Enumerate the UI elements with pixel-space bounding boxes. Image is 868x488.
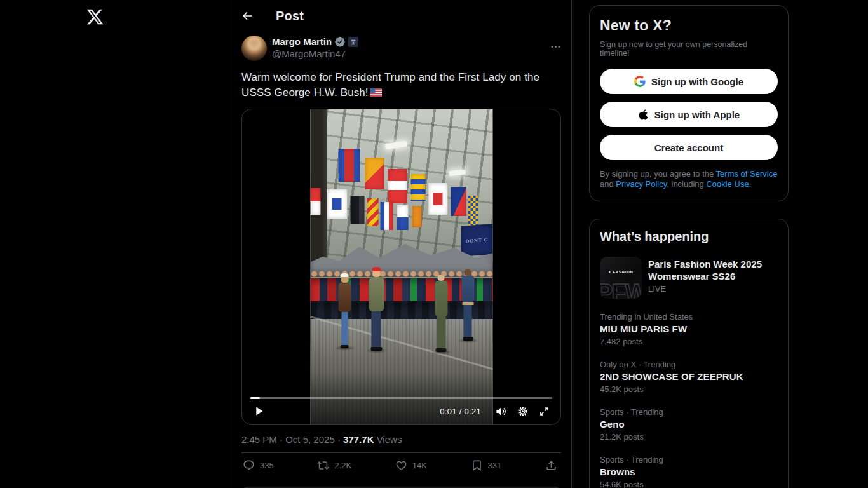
ellipsis-icon — [550, 41, 562, 53]
video-frame: DONT G — [310, 109, 492, 425]
reply-count: 335 — [260, 461, 274, 470]
expand-icon — [538, 405, 550, 417]
views-label-text: Views — [377, 434, 402, 445]
reply-icon — [243, 459, 255, 471]
whats-happening-title: What’s happening — [600, 229, 778, 244]
post-timestamp[interactable]: 2:45 PM · Oct 5, 2025 — [241, 434, 335, 445]
more-button[interactable] — [547, 38, 564, 55]
trend-posts: 54.6K posts — [600, 480, 778, 488]
signal-flag — [397, 205, 408, 230]
signup-title: New to X? — [600, 17, 778, 34]
reply-button[interactable]: 335 — [243, 459, 274, 471]
back-button[interactable] — [236, 5, 258, 27]
signup-apple-label: Sign up with Apple — [654, 109, 740, 120]
post: Margo Martin @MargoMartin47 Warm welcome… — [231, 36, 571, 488]
trend-item[interactable]: Sports · Trending Browns 54.6K posts — [600, 455, 778, 488]
apple-icon — [638, 109, 649, 121]
repost-button[interactable]: 2.2K — [317, 459, 351, 471]
volume-button[interactable] — [492, 403, 509, 419]
main-column: Post Margo Martin @MargoMartin47 — [231, 0, 572, 488]
trend-posts: 7,482 posts — [600, 337, 778, 346]
signup-google-button[interactable]: Sign up with Google — [600, 69, 778, 94]
signal-flag — [365, 158, 384, 189]
author-handle[interactable]: @MargoMartin47 — [272, 48, 358, 60]
signup-subtitle: Sign up now to get your own personalized… — [600, 40, 778, 58]
signal-flag — [367, 198, 378, 226]
signal-flag — [412, 206, 421, 227]
video-player[interactable]: DONT G — [241, 109, 561, 425]
signal-flag — [350, 196, 364, 224]
terms-link[interactable]: Terms of Service — [716, 169, 778, 179]
author-row: Margo Martin @MargoMartin47 — [241, 36, 561, 61]
legal-text: and — [600, 179, 616, 189]
ship-banner: DONT G — [461, 224, 492, 256]
dot-separator: · — [337, 434, 343, 445]
signup-card: New to X? Sign up now to get your own pe… — [589, 5, 789, 201]
trend-category: Sports · Trending — [600, 455, 778, 464]
settings-button[interactable] — [514, 403, 531, 419]
first-lady-figure — [338, 273, 351, 348]
cookie-link[interactable]: Cookie Use. — [706, 179, 751, 189]
trend-title: Geno — [600, 419, 778, 430]
like-button[interactable]: 14K — [395, 459, 427, 471]
video-time: 0:01 / 0:21 — [440, 407, 481, 416]
signup-apple-button[interactable]: Sign up with Apple — [600, 102, 778, 127]
government-label-badge-icon — [348, 37, 358, 47]
signal-flag — [338, 149, 360, 182]
trend-item[interactable]: Trending in United States MIU MIU PARIS … — [600, 312, 778, 346]
bookmark-button[interactable]: 331 — [471, 459, 502, 471]
page-title: Post — [276, 9, 304, 24]
bookmark-count: 331 — [488, 461, 502, 470]
action-bar: 335 2.2K 14K 331 — [241, 453, 561, 479]
heart-icon — [395, 459, 407, 471]
verified-badge-icon — [334, 36, 346, 48]
event-thumb-letters: PFW — [600, 280, 642, 299]
author-meta: Margo Martin @MargoMartin47 — [272, 36, 358, 60]
play-button[interactable] — [250, 403, 267, 419]
legal-text: , including — [667, 179, 706, 189]
us-flag-emoji — [370, 86, 382, 94]
views-count: 377.7K — [343, 434, 374, 445]
trend-title: MIU MIU PARIS FW — [600, 323, 778, 334]
event-item[interactable]: X FASHION PFW Paris Fashion Week 2025 Wo… — [600, 257, 778, 299]
x-logo-icon — [86, 8, 104, 26]
signup-google-label: Sign up with Google — [651, 76, 743, 87]
create-account-label: Create account — [654, 142, 723, 153]
signal-flag — [327, 189, 347, 219]
repost-icon — [317, 459, 329, 471]
trend-category: Trending in United States — [600, 312, 778, 322]
signal-flag — [451, 187, 466, 216]
trend-category: Sports · Trending — [600, 407, 778, 417]
play-icon — [252, 404, 266, 418]
video-controls: 0:01 / 0:21 — [250, 403, 552, 419]
post-text: Warm welcome for President Trump and the… — [241, 70, 559, 100]
video-progress-bar[interactable] — [250, 397, 552, 399]
volume-icon — [495, 405, 507, 417]
x-post-page: Post Margo Martin @MargoMartin47 — [0, 0, 868, 488]
create-account-button[interactable]: Create account — [600, 135, 778, 160]
privacy-link[interactable]: Privacy Policy — [616, 179, 667, 189]
navy-coveralls-figure — [461, 269, 474, 341]
author-name[interactable]: Margo Martin — [272, 36, 332, 48]
post-header: Post — [231, 0, 571, 32]
event-thumb-brand: X FASHION — [600, 270, 642, 274]
trend-title: 2ND SHOWCASE OF ZEEPRUK — [600, 371, 778, 382]
bookmark-icon — [471, 459, 483, 471]
right-sidebar: New to X? Sign up now to get your own pe… — [589, 0, 789, 488]
event-text: Paris Fashion Week 2025 Womenswear SS26 … — [648, 257, 778, 299]
like-count: 14K — [412, 461, 427, 470]
trend-item[interactable]: Only on X · Trending 2ND SHOWCASE OF ZEE… — [600, 360, 778, 394]
avatar[interactable] — [241, 36, 267, 61]
trend-category: Only on X · Trending — [600, 360, 778, 369]
trend-item[interactable]: Sports · Trending Geno 21.2K posts — [600, 407, 778, 442]
x-logo[interactable] — [85, 6, 105, 27]
legal-text: By signing up, you agree to the — [600, 169, 716, 179]
event-status: LIVE — [648, 284, 778, 294]
signup-legal: By signing up, you agree to the Terms of… — [600, 169, 778, 189]
share-button[interactable] — [545, 459, 557, 471]
president-figure — [369, 267, 384, 351]
fullscreen-button[interactable] — [536, 403, 552, 419]
video-progress-played — [250, 397, 260, 399]
event-thumbnail: X FASHION PFW — [600, 257, 642, 299]
name-line: Margo Martin — [272, 36, 358, 48]
